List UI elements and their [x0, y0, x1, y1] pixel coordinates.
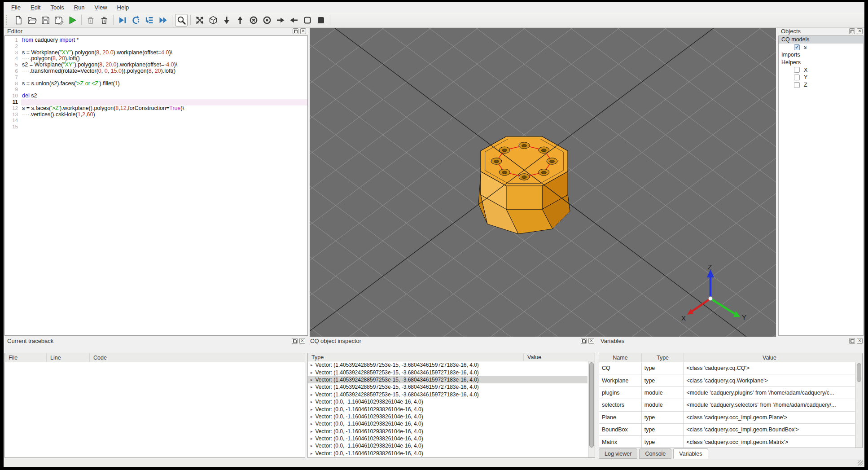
- variable-row-workplane[interactable]: Workplanetype<class 'cadquery.cq.Workpla…: [599, 374, 855, 387]
- open-file-button[interactable]: [26, 14, 38, 26]
- top-view-button[interactable]: [220, 14, 233, 26]
- variable-row-plugins[interactable]: pluginsmodule<module 'cadquery.plugins' …: [599, 387, 855, 399]
- expand-icon[interactable]: ▸: [311, 422, 313, 426]
- expand-icon[interactable]: ▸: [311, 444, 313, 448]
- close-panel-icon[interactable]: [299, 338, 305, 344]
- inspector-row[interactable]: ▸Vector: (0.0, -1.1604610293826104e-16, …: [308, 442, 587, 449]
- zoom-fit-button[interactable]: [175, 14, 188, 26]
- traceback-col-code[interactable]: Code: [89, 353, 305, 362]
- inspector-col-type[interactable]: Type: [308, 353, 523, 361]
- code-line-6[interactable]: 6····.transformed(rotate=Vector(0, 0, 15…: [5, 68, 307, 75]
- tab-variables[interactable]: Variables: [673, 448, 708, 459]
- inspector-scrollbar-thumb[interactable]: [589, 362, 594, 448]
- inspector-row[interactable]: ▸Vector: (0.0, -1.1604610293826104e-16, …: [308, 413, 587, 420]
- code-line-5[interactable]: 5s2 = Workplane("XY").polygon(8, 20.0).w…: [5, 62, 307, 68]
- inspector-row[interactable]: ▸Vector: (0.0, -1.1604610293826104e-16, …: [308, 450, 587, 457]
- objects-item-z[interactable]: Z: [779, 81, 863, 89]
- float-panel-icon[interactable]: [849, 338, 855, 344]
- variable-row-matrix[interactable]: Matrixtype<class 'cadquery.occ_impl.geom…: [599, 436, 855, 448]
- expand-icon[interactable]: ▸: [311, 414, 313, 419]
- unchecked-checkbox[interactable]: [794, 75, 800, 80]
- expand-icon[interactable]: ▸: [311, 385, 313, 389]
- code-editor[interactable]: 1from cadquery import *23s = Workplane("…: [4, 35, 308, 336]
- front-view-button[interactable]: [247, 14, 260, 26]
- expand-icon[interactable]: ▸: [311, 436, 313, 441]
- expand-icon[interactable]: ▸: [311, 363, 313, 367]
- inspector-row[interactable]: ▸Vector: (0.0, -1.1604610293826104e-16, …: [308, 428, 587, 435]
- objects-item-x[interactable]: X: [779, 66, 863, 74]
- menu-run[interactable]: Run: [69, 3, 90, 12]
- checked-checkbox[interactable]: [794, 44, 800, 50]
- code-line-15[interactable]: 15: [5, 124, 307, 130]
- inspector-row[interactable]: ▸Vector: (1.4053924288597253e-15, -3.680…: [308, 383, 587, 391]
- resize-grip[interactable]: [858, 460, 863, 466]
- inspector-row[interactable]: ▸Vector: (1.4053924288597253e-15, -3.680…: [308, 369, 587, 376]
- code-line-12[interactable]: 12s = s.faces('>Z').workplane().polygon(…: [5, 105, 307, 112]
- viewport-canvas[interactable]: ZXY: [310, 28, 776, 337]
- new-file-button[interactable]: [12, 14, 25, 26]
- inspector-col-value[interactable]: Value: [523, 353, 595, 361]
- inspector-row[interactable]: ▸Vector: (1.4053924288597253e-15, -3.680…: [308, 361, 587, 369]
- float-panel-icon[interactable]: [581, 338, 587, 344]
- unchecked-checkbox[interactable]: [794, 82, 800, 88]
- menu-help[interactable]: Help: [112, 3, 134, 12]
- right-view-button[interactable]: [288, 14, 300, 26]
- expand-icon[interactable]: ▸: [311, 378, 313, 382]
- objects-item-s[interactable]: s: [779, 44, 863, 51]
- code-line-3[interactable]: 3s = Workplane("XY").polygon(8, 20.0).wo…: [5, 50, 307, 56]
- code-line-4[interactable]: 4····.polygon(8, 20).loft(): [5, 56, 307, 62]
- variable-row-plane[interactable]: Planetype<class 'cadquery.occ_impl.geom.…: [599, 412, 855, 424]
- menu-edit[interactable]: Edit: [26, 3, 45, 12]
- left-view-button[interactable]: [274, 14, 287, 26]
- viewport-3d[interactable]: ZXY: [310, 28, 776, 337]
- toolbar-handle[interactable]: [6, 15, 9, 25]
- objects-item-imports[interactable]: Imports: [779, 51, 863, 59]
- code-line-7[interactable]: 7: [5, 75, 307, 81]
- code-line-8[interactable]: 8s = s.union(s2).faces('>Z or <Z').fille…: [5, 81, 307, 87]
- debug-continue-button[interactable]: [157, 14, 169, 26]
- float-panel-icon[interactable]: [292, 338, 298, 344]
- traceback-col-file[interactable]: File: [5, 353, 46, 362]
- variables-scrollbar-thumb[interactable]: [857, 363, 861, 382]
- inspector-row[interactable]: ▸Vector: (0.0, -1.1604610293826104e-16, …: [308, 435, 587, 442]
- variable-row-cq[interactable]: CQtype<class 'cadquery.cq.CQ'>: [599, 362, 855, 374]
- variable-row-selectors[interactable]: selectorsmodule<module 'cadquery.selecto…: [599, 399, 855, 411]
- fit-all-button[interactable]: [193, 14, 206, 26]
- inspector-row[interactable]: ▸Vector: (0.0, -1.1604610293826104e-16, …: [308, 405, 587, 413]
- close-panel-icon[interactable]: [857, 338, 863, 344]
- unchecked-checkbox[interactable]: [794, 67, 800, 73]
- variables-scrollbar[interactable]: [855, 362, 862, 448]
- delete-button[interactable]: [84, 14, 97, 26]
- variables-col-name[interactable]: Name: [599, 353, 641, 362]
- menu-view[interactable]: View: [90, 3, 112, 12]
- menu-tools[interactable]: Tools: [45, 3, 69, 12]
- inspector-row[interactable]: ▸Vector: (0.0, -1.1604610293826104e-16, …: [308, 420, 587, 427]
- bottom-view-button[interactable]: [234, 14, 246, 26]
- debug-step-button[interactable]: [116, 14, 129, 26]
- inspector-row[interactable]: ▸Vector: (1.4053924288597253e-15, -3.680…: [308, 391, 587, 398]
- expand-icon[interactable]: ▸: [311, 407, 313, 412]
- variables-col-value[interactable]: Value: [684, 353, 855, 362]
- float-panel-icon[interactable]: [293, 28, 298, 34]
- variable-row-boundbox[interactable]: BoundBoxtype<class 'cadquery.occ_impl.ge…: [599, 424, 855, 436]
- code-line-13[interactable]: 13····.vertices().cskHole(1,2,60): [5, 112, 307, 118]
- menu-file[interactable]: File: [6, 3, 26, 12]
- close-panel-icon[interactable]: [588, 338, 594, 344]
- save-as-button[interactable]: [53, 14, 65, 26]
- objects-item-y[interactable]: Y: [779, 74, 863, 81]
- code-line-1[interactable]: 1from cadquery import *: [5, 37, 307, 44]
- debug-step-in-button[interactable]: [130, 14, 142, 26]
- inspector-scrollbar[interactable]: [588, 361, 595, 457]
- shaded-view-button[interactable]: [315, 14, 327, 26]
- code-line-9[interactable]: 9: [5, 87, 307, 93]
- code-line-2[interactable]: 2: [5, 44, 307, 50]
- expand-icon[interactable]: ▸: [311, 429, 313, 434]
- iso-view-button[interactable]: [207, 14, 219, 26]
- objects-item-cq-models[interactable]: CQ models: [779, 36, 863, 44]
- inspector-row[interactable]: ▸Vector: (0.0, -1.1604610293826104e-16, …: [308, 398, 587, 405]
- close-panel-icon[interactable]: [300, 28, 306, 34]
- run-button[interactable]: [66, 14, 79, 26]
- delete-all-button[interactable]: [98, 14, 110, 26]
- code-line-10[interactable]: 10del s2: [5, 93, 307, 99]
- tab-console[interactable]: Console: [639, 448, 671, 459]
